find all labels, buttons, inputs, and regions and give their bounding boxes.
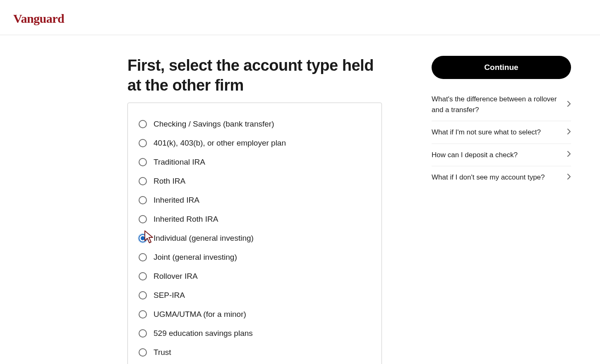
account-type-option[interactable]: UGMA/UTMA (for a minor): [139, 305, 371, 324]
continue-button[interactable]: Continue: [432, 56, 571, 79]
faq-item[interactable]: How can I deposit a check?: [432, 144, 571, 167]
chevron-right-icon: [567, 128, 571, 136]
account-type-panel: Checking / Savings (bank transfer)401(k)…: [127, 103, 382, 364]
account-type-label: Individual (general investing): [154, 234, 254, 243]
faq-item[interactable]: What if I'm not sure what to select?: [432, 121, 571, 144]
radio-icon[interactable]: [139, 253, 147, 261]
vanguard-logo: Vanguard: [13, 12, 587, 26]
radio-icon[interactable]: [139, 234, 147, 242]
account-type-option[interactable]: 401(k), 403(b), or other employer plan: [139, 134, 371, 153]
faq-text: How can I deposit a check?: [432, 150, 525, 160]
radio-icon[interactable]: [139, 348, 147, 357]
radio-icon[interactable]: [139, 139, 147, 147]
account-type-label: Inherited IRA: [154, 196, 199, 205]
account-type-option[interactable]: Inherited Roth IRA: [139, 210, 371, 229]
radio-icon[interactable]: [139, 215, 147, 223]
account-type-option[interactable]: Inherited IRA: [139, 191, 371, 210]
account-type-option[interactable]: Roth IRA: [139, 172, 371, 191]
chevron-right-icon: [567, 173, 571, 182]
account-type-label: Roth IRA: [154, 177, 185, 186]
radio-icon[interactable]: [139, 310, 147, 318]
chevron-right-icon: [567, 101, 571, 109]
radio-icon[interactable]: [139, 272, 147, 280]
faq-item[interactable]: What if I don't see my account type?: [432, 166, 571, 189]
account-type-option[interactable]: Individual (general investing): [139, 229, 371, 248]
page-header: Vanguard: [0, 0, 600, 35]
account-type-label: Joint (general investing): [154, 253, 237, 262]
faq-text: What if I don't see my account type?: [432, 172, 552, 183]
account-type-label: Checking / Savings (bank transfer): [154, 120, 274, 129]
radio-icon[interactable]: [139, 158, 147, 166]
faq-text: What if I'm not sure what to select?: [432, 127, 548, 138]
account-type-option[interactable]: Checking / Savings (bank transfer): [139, 115, 371, 134]
account-type-label: 529 education savings plans: [154, 329, 253, 338]
chevron-right-icon: [567, 151, 571, 159]
account-type-label: UGMA/UTMA (for a minor): [154, 310, 246, 319]
account-type-label: Traditional IRA: [154, 158, 205, 167]
radio-icon[interactable]: [139, 329, 147, 338]
account-type-option[interactable]: Rollover IRA: [139, 267, 371, 286]
main-content: First, select the account type held at t…: [127, 56, 382, 364]
account-type-option[interactable]: Traditional IRA: [139, 153, 371, 172]
sidebar: Continue What's the difference between a…: [432, 56, 571, 364]
account-type-label: Inherited Roth IRA: [154, 215, 218, 224]
account-type-option[interactable]: Joint (general investing): [139, 248, 371, 267]
account-type-option[interactable]: SEP-IRA: [139, 286, 371, 305]
account-type-label: SEP-IRA: [154, 291, 185, 300]
radio-icon[interactable]: [139, 291, 147, 299]
account-type-label: 401(k), 403(b), or other employer plan: [154, 139, 286, 148]
account-type-label: Trust: [154, 348, 171, 357]
faq-list: What's the difference between a rollover…: [432, 88, 571, 189]
faq-text: What's the difference between a rollover…: [432, 94, 567, 115]
radio-icon[interactable]: [139, 196, 147, 204]
page-title: First, select the account type held at t…: [127, 56, 382, 95]
radio-icon[interactable]: [139, 177, 147, 185]
account-type-option[interactable]: 529 education savings plans: [139, 324, 371, 343]
account-type-option[interactable]: Trust: [139, 343, 371, 362]
content-container: First, select the account type held at t…: [0, 35, 600, 364]
radio-icon[interactable]: [139, 120, 147, 128]
faq-item[interactable]: What's the difference between a rollover…: [432, 88, 571, 121]
account-type-label: Rollover IRA: [154, 272, 198, 281]
